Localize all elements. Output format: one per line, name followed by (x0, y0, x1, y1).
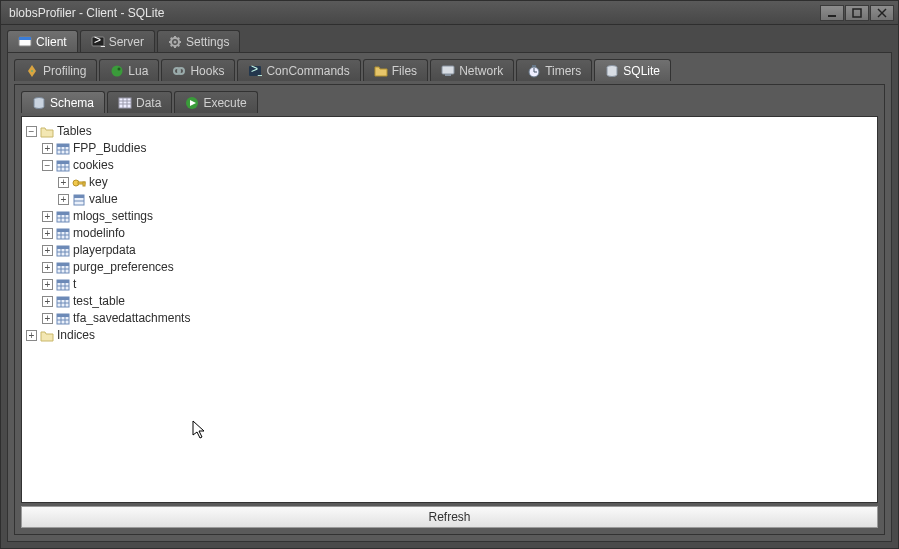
schema-icon (32, 96, 46, 110)
expander-icon[interactable]: + (58, 177, 69, 188)
node-label: value (89, 191, 118, 208)
expander-icon[interactable]: + (58, 194, 69, 205)
tab-schema[interactable]: Schema (21, 91, 105, 113)
folder-icon (40, 125, 54, 139)
tree-node-indices[interactable]: +Indices (26, 327, 873, 344)
tab-network[interactable]: Network (430, 59, 514, 81)
tab-execute[interactable]: Execute (174, 91, 257, 113)
svg-rect-86 (57, 314, 69, 317)
tree-node-table[interactable]: +purge_preferences (42, 259, 873, 276)
expander-icon[interactable]: + (42, 262, 53, 273)
table-icon (56, 227, 70, 241)
node-label: test_table (73, 293, 125, 310)
expander-icon[interactable]: + (42, 279, 53, 290)
table-icon (56, 244, 70, 258)
tab-label: ConCommands (266, 64, 349, 78)
tab-client[interactable]: Client (7, 30, 78, 52)
svg-rect-51 (83, 182, 85, 186)
tab-label: Settings (186, 35, 229, 49)
tree-node-table[interactable]: +t (42, 276, 873, 293)
tree-node-table[interactable]: +FPP_Buddies (42, 140, 873, 157)
tab-label: Schema (50, 96, 94, 110)
app-window: blobsProfiler - Client - SQLite Client>_… (0, 0, 899, 549)
node-label: playerpdata (73, 242, 136, 259)
tab-hooks[interactable]: Hooks (161, 59, 235, 81)
svg-line-11 (178, 44, 179, 45)
expander-icon[interactable]: + (26, 330, 37, 341)
tree-node-table[interactable]: −cookies (42, 157, 873, 174)
data-icon (118, 96, 132, 110)
network-icon (441, 64, 455, 78)
table-icon (56, 278, 70, 292)
top-tabstrip: Client>_ServerSettings (7, 28, 892, 52)
tab-label: Hooks (190, 64, 224, 78)
close-button[interactable] (870, 5, 894, 21)
tree-node-table[interactable]: +playerpdata (42, 242, 873, 259)
schema-tree-panel: −Tables+FPP_Buddies−cookies+key+value+ml… (21, 116, 878, 503)
expander-icon[interactable]: + (42, 143, 53, 154)
tree-node-table[interactable]: +tfa_savedattachments (42, 310, 873, 327)
svg-text:>_: >_ (251, 64, 262, 76)
tab-label: Lua (128, 64, 148, 78)
svg-line-15 (171, 37, 172, 38)
svg-rect-25 (442, 66, 454, 74)
tab-label: Data (136, 96, 161, 110)
tab-files[interactable]: Files (363, 59, 428, 81)
svg-rect-66 (57, 246, 69, 249)
svg-rect-40 (57, 144, 69, 147)
tab-label: Profiling (43, 64, 86, 78)
maximize-button[interactable] (845, 5, 869, 21)
svg-line-17 (178, 37, 179, 38)
window-title: blobsProfiler - Client - SQLite (5, 6, 819, 20)
profiling-icon (25, 64, 39, 78)
tree-node-table[interactable]: +modelinfo (42, 225, 873, 242)
svg-rect-45 (57, 161, 69, 164)
expander-icon[interactable]: + (42, 211, 53, 222)
table-icon (56, 312, 70, 326)
tab-label: SQLite (623, 64, 660, 78)
svg-rect-61 (57, 229, 69, 232)
tab-settings[interactable]: Settings (157, 30, 240, 52)
node-label: mlogs_settings (73, 208, 153, 225)
tab-lua[interactable]: Lua (99, 59, 159, 81)
tab-data[interactable]: Data (107, 91, 172, 113)
tab-label: Network (459, 64, 503, 78)
table-icon (56, 210, 70, 224)
expander-icon[interactable]: + (42, 245, 53, 256)
expander-icon[interactable]: − (42, 160, 53, 171)
expander-icon[interactable]: + (42, 296, 53, 307)
column-icon (72, 193, 86, 207)
panel-level1: ProfilingLuaHooks>_ConCommandsFilesNetwo… (7, 52, 892, 542)
tab-timers[interactable]: Timers (516, 59, 592, 81)
table-icon (56, 295, 70, 309)
tab-profiling[interactable]: Profiling (14, 59, 97, 81)
tab-concommands[interactable]: >_ConCommands (237, 59, 360, 81)
expander-icon[interactable]: + (42, 313, 53, 324)
minimize-button[interactable] (820, 5, 844, 21)
tab-label: Client (36, 35, 67, 49)
expander-icon[interactable]: − (26, 126, 37, 137)
tab-sqlite[interactable]: SQLite (594, 59, 671, 81)
key-icon (72, 176, 86, 190)
tab-server[interactable]: >_Server (80, 30, 155, 52)
outer-panel: Client>_ServerSettings ProfilingLuaHooks… (1, 25, 898, 548)
node-label: t (73, 276, 76, 293)
tree-node-table[interactable]: +test_table (42, 293, 873, 310)
refresh-label: Refresh (428, 510, 470, 524)
expander-icon[interactable]: + (42, 228, 53, 239)
tree-node-column[interactable]: +value (58, 191, 873, 208)
tree[interactable]: −Tables+FPP_Buddies−cookies+key+value+ml… (26, 123, 873, 344)
svg-rect-18 (31, 70, 33, 72)
sqlite-icon (605, 64, 619, 78)
node-label: purge_preferences (73, 259, 174, 276)
table-icon (56, 261, 70, 275)
svg-point-9 (174, 40, 177, 43)
mid-tabstrip: ProfilingLuaHooks>_ConCommandsFilesNetwo… (14, 57, 885, 81)
refresh-button[interactable]: Refresh (21, 506, 878, 528)
svg-rect-33 (119, 98, 131, 108)
timers-icon (527, 64, 541, 78)
node-label: Tables (57, 123, 92, 140)
tree-node-tables[interactable]: −Tables (26, 123, 873, 140)
tree-node-table[interactable]: +mlogs_settings (42, 208, 873, 225)
tree-node-column[interactable]: +key (58, 174, 873, 191)
